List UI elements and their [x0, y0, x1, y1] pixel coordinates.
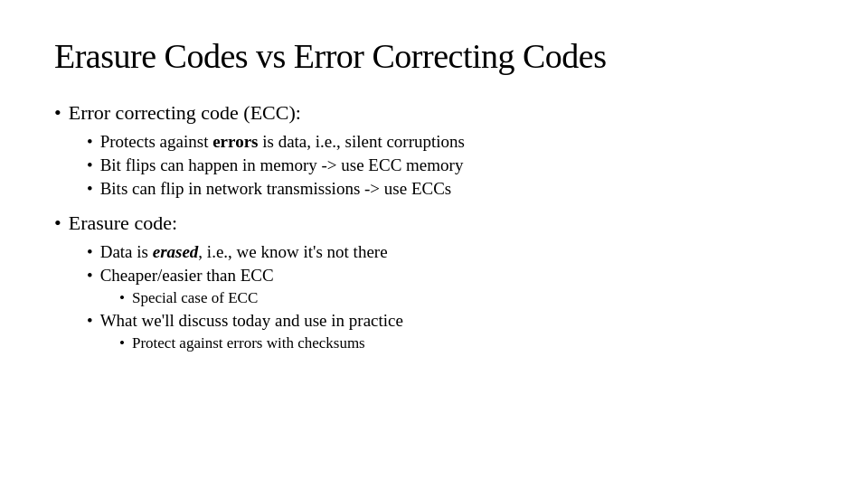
- errors-bold: errors: [212, 132, 258, 151]
- bullet-marker-erasure-1: •: [87, 242, 93, 262]
- ecc-item-2-text: Bit flips can happen in memory -> use EC…: [100, 155, 464, 175]
- erasure-item-3-sub-text: Protect against errors with checksums: [132, 334, 365, 352]
- ecc-heading: • Error correcting code (ECC):: [54, 101, 814, 125]
- erasure-item-2: • Cheaper/easier than ECC: [87, 266, 814, 286]
- bullet-marker-erasure-3-sub: •: [119, 334, 125, 352]
- bullet-marker-ecc-3: •: [87, 179, 93, 199]
- bullet-marker-erasure-2-sub: •: [119, 289, 125, 307]
- erasure-item-3-text: What we'll discuss today and use in prac…: [100, 311, 403, 331]
- slide-title: Erasure Codes vs Error Correcting Codes: [54, 36, 814, 76]
- erasure-item-2-sub: • Special case of ECC: [119, 289, 814, 307]
- erasure-item-2-sub-text: Special case of ECC: [132, 289, 258, 307]
- ecc-item-1: • Protects against errors is data, i.e.,…: [87, 132, 814, 152]
- ecc-item-3: • Bits can flip in network transmissions…: [87, 179, 814, 199]
- slide: Erasure Codes vs Error Correcting Codes …: [0, 0, 868, 488]
- bullet-marker-ecc-2: •: [87, 155, 93, 175]
- erasure-item-1: • Data is erased, i.e., we know it's not…: [87, 242, 814, 262]
- ecc-item-1-text: Protects against errors is data, i.e., s…: [100, 132, 465, 152]
- bullet-marker-erasure-3: •: [87, 311, 93, 331]
- erasure-sub-bullets: • Data is erased, i.e., we know it's not…: [54, 242, 814, 352]
- bullet-marker-ecc: •: [54, 101, 61, 125]
- ecc-heading-text: Error correcting code (ECC):: [69, 101, 301, 125]
- bullet-marker-erasure: •: [54, 211, 61, 235]
- erasure-item-3: • What we'll discuss today and use in pr…: [87, 311, 814, 331]
- bullet-marker-erasure-2: •: [87, 266, 93, 286]
- erasure-heading: • Erasure code:: [54, 211, 814, 235]
- erasure-item-3-sub: • Protect against errors with checksums: [119, 334, 814, 352]
- ecc-item-3-text: Bits can flip in network transmissions -…: [100, 179, 452, 199]
- erasure-heading-text: Erasure code:: [69, 211, 177, 235]
- ecc-section: • Error correcting code (ECC): • Protect…: [54, 101, 814, 199]
- ecc-item-2: • Bit flips can happen in memory -> use …: [87, 155, 814, 175]
- ecc-sub-bullets: • Protects against errors is data, i.e.,…: [54, 132, 814, 199]
- erased-italic-bold: erased: [153, 242, 199, 261]
- bullet-marker-ecc-1: •: [87, 132, 93, 152]
- erasure-item-1-text: Data is erased, i.e., we know it's not t…: [100, 242, 388, 262]
- erasure-section: • Erasure code: • Data is erased, i.e., …: [54, 211, 814, 352]
- erasure-item-2-text: Cheaper/easier than ECC: [100, 266, 274, 286]
